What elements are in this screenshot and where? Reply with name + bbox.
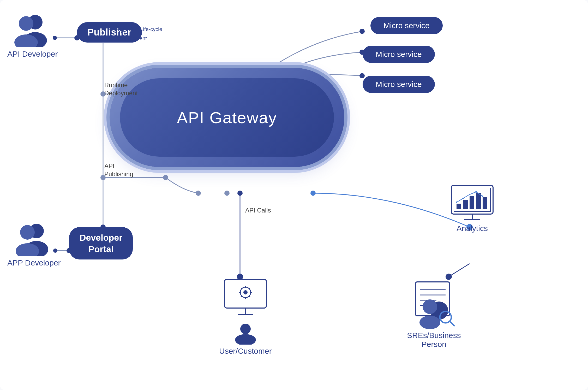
analytics-area: Analytics	[449, 183, 496, 233]
api-developer-icon	[9, 13, 56, 47]
sres-area: SREs/BusinessPerson	[407, 277, 461, 349]
svg-rect-57	[483, 197, 487, 209]
svg-point-15	[196, 191, 201, 196]
user-customer-label: User/Customer	[219, 347, 272, 356]
svg-point-88	[419, 316, 440, 329]
api-publishing-label: APIPublishing	[104, 162, 133, 178]
analytics-icon	[449, 183, 496, 222]
runtime-deployment-label: RuntimeDeployment	[104, 81, 138, 97]
user-customer-area: User/Customer	[219, 277, 272, 356]
svg-point-58	[456, 202, 457, 203]
svg-point-19	[359, 29, 365, 34]
svg-point-22	[359, 73, 365, 78]
sres-icon	[408, 277, 460, 329]
api-gateway-label: API Gateway	[177, 108, 277, 127]
app-developer-group: APP Developer	[7, 222, 61, 267]
micro-service-1: Micro service	[370, 17, 443, 34]
svg-rect-56	[476, 193, 481, 209]
gear-icon	[116, 24, 127, 34]
svg-line-86	[450, 321, 454, 326]
api-developer-group: API Developer	[7, 13, 58, 58]
api-gateway-inner: API Gateway	[120, 78, 334, 157]
svg-rect-55	[470, 196, 474, 209]
svg-point-23	[224, 191, 230, 196]
api-calls-label: API Calls	[245, 206, 271, 214]
svg-point-61	[475, 191, 477, 193]
svg-line-47	[124, 26, 125, 27]
svg-point-77	[240, 324, 251, 334]
svg-line-71	[249, 296, 250, 297]
svg-point-59	[462, 198, 464, 199]
svg-point-40	[120, 27, 123, 31]
user-customer-person	[230, 324, 261, 345]
developer-portal-box: DeveloperPortal	[69, 227, 133, 259]
svg-rect-53	[457, 204, 461, 209]
svg-line-29	[449, 264, 470, 277]
svg-line-45	[118, 26, 119, 27]
app-developer-label: APP Developer	[7, 258, 61, 267]
svg-line-73	[241, 296, 242, 297]
svg-point-65	[243, 290, 248, 294]
connector-lines	[0, 0, 588, 390]
svg-point-14	[163, 175, 168, 180]
svg-point-34	[19, 16, 33, 31]
svg-point-38	[20, 225, 35, 240]
sres-label: SREs/BusinessPerson	[407, 331, 461, 349]
diagram-container: API Developer APP Developer Publisher	[0, 0, 588, 390]
svg-line-48	[118, 31, 119, 32]
svg-point-27	[310, 191, 316, 196]
user-customer-icon	[219, 277, 272, 324]
svg-line-72	[249, 288, 250, 289]
micro-service-2: Micro service	[363, 46, 435, 63]
analytics-label: Analytics	[457, 224, 488, 233]
svg-line-46	[124, 31, 125, 32]
svg-point-62	[482, 196, 483, 197]
svg-rect-54	[463, 200, 468, 209]
svg-point-78	[235, 334, 256, 345]
svg-point-87	[423, 299, 437, 314]
app-developer-icon	[10, 222, 57, 256]
lifecycle-management: API Life-cycleManagement	[116, 24, 162, 42]
api-developer-label: API Developer	[7, 50, 58, 58]
api-gateway-outer: API Gateway	[110, 68, 344, 167]
svg-point-24	[237, 191, 243, 196]
svg-line-70	[241, 288, 242, 289]
svg-point-60	[469, 194, 470, 195]
micro-service-3: Micro service	[363, 76, 435, 93]
